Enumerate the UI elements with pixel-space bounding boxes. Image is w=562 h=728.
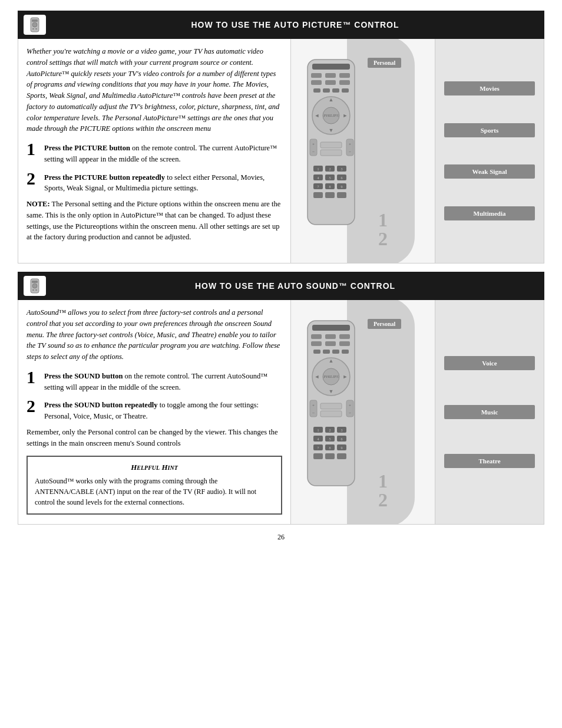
step2-bold: Press the PICTURE button repeatedly (44, 173, 165, 182)
s2-badge-1: 1 (378, 472, 388, 490)
svg-text:+: + (312, 142, 315, 147)
svg-text:–: – (312, 149, 315, 154)
svg-rect-66 (313, 350, 320, 354)
remote-diagram-1: PHILIPS ▲ ▼ ◄ ► + – + – (302, 57, 372, 245)
svg-text:PHILIPS: PHILIPS (323, 374, 339, 379)
section1-text-col: Whether you're watching a movie or a vid… (18, 39, 290, 263)
svg-point-55 (32, 284, 37, 288)
s2-step1-bold: Press the SOUND button (44, 372, 123, 380)
option-voice: Voice (444, 356, 535, 370)
section2-title: How to use the Auto Sound™ Control (52, 281, 538, 291)
svg-rect-83 (320, 403, 342, 409)
note-text: The Personal setting and the Picture opt… (27, 200, 280, 241)
svg-rect-57 (35, 289, 37, 291)
option-weak-signal: Weak Signal (444, 164, 535, 179)
remote-icon-2 (26, 278, 44, 294)
svg-rect-30 (320, 142, 342, 148)
svg-text:8: 8 (329, 446, 331, 450)
section2-body: AutoSound™ allows you to select from thr… (18, 300, 544, 525)
svg-rect-56 (32, 289, 34, 291)
svg-rect-16 (342, 88, 349, 93)
svg-text:▼: ▼ (329, 127, 334, 133)
section2-intro: AutoSound™ allows you to select from thr… (27, 307, 282, 363)
svg-rect-95 (325, 453, 335, 459)
s2-badge-2: 2 (378, 490, 388, 509)
step2-text: Press the PICTURE button repeatedly to s… (44, 170, 282, 195)
s2-step2-bold: Press the SOUND button repeatedly (44, 401, 158, 409)
option-multimedia: Multimedia (444, 206, 535, 220)
remote-icon (26, 17, 44, 33)
svg-text:6: 6 (341, 176, 343, 180)
svg-rect-96 (337, 453, 346, 459)
svg-rect-6 (312, 64, 350, 70)
personal-label-2: Personal (368, 319, 401, 329)
hint-text: AutoSound™ works only with the programs … (35, 476, 274, 508)
section1-icon (24, 15, 46, 35)
hint-box: Helpful Hint AutoSound™ works only with … (27, 456, 282, 515)
svg-rect-31 (320, 150, 342, 156)
svg-rect-8 (325, 73, 336, 78)
badge-1: 1 (378, 210, 388, 229)
svg-rect-64 (325, 341, 336, 346)
step1-number: 1 (27, 140, 39, 158)
svg-rect-11 (325, 80, 336, 85)
options-panel-1: Movies Sports Weak Signal Multimedia (435, 39, 544, 263)
svg-rect-94 (313, 453, 323, 459)
svg-rect-63 (311, 341, 322, 346)
section2-diagram: Personal (290, 300, 544, 524)
page: How to use the Auto Picture™ Control Whe… (0, 0, 562, 552)
svg-rect-43 (337, 192, 346, 198)
step1-bold: Press the PICTURE button (44, 144, 130, 152)
svg-text:7: 7 (318, 185, 319, 189)
svg-rect-9 (339, 73, 350, 78)
svg-rect-41 (313, 192, 323, 198)
svg-rect-15 (332, 88, 339, 93)
svg-text:+: + (312, 403, 315, 408)
section2-step1: 1 Press the SOUND button on the remote c… (27, 368, 282, 393)
section1-note: NOTE: The Personal setting and the Pictu… (27, 199, 282, 243)
svg-text:6: 6 (341, 437, 343, 441)
section1-title: How to use the Auto Picture™ Control (52, 20, 538, 29)
svg-rect-68 (332, 350, 339, 354)
svg-text:1: 1 (318, 429, 319, 432)
svg-text:►: ► (343, 374, 348, 380)
svg-text:2: 2 (329, 429, 331, 432)
section1-header: How to use the Auto Picture™ Control (18, 11, 544, 39)
diagram-inner: Personal (291, 39, 544, 263)
s2-step1-text: Press the SOUND button on the remote con… (44, 368, 282, 393)
svg-text:◄: ◄ (315, 374, 320, 380)
option-movies: Movies (444, 81, 535, 95)
badge-2: 2 (378, 229, 388, 248)
svg-text:3: 3 (341, 429, 343, 432)
svg-point-2 (32, 22, 37, 27)
svg-text:▲: ▲ (329, 358, 334, 364)
svg-rect-54 (32, 281, 38, 283)
hint-title: Helpful Hint (35, 463, 274, 472)
svg-text:5: 5 (329, 437, 331, 441)
svg-text:4: 4 (318, 176, 319, 180)
svg-text:8: 8 (329, 185, 331, 189)
section2-text-col: AutoSound™ allows you to select from thr… (18, 300, 290, 524)
section2-note: Remember, only the Personal control can … (27, 427, 282, 449)
svg-text:►: ► (343, 113, 348, 118)
option-music: Music (444, 405, 535, 419)
section2-icon (24, 276, 46, 296)
svg-text:+: + (349, 403, 351, 408)
s2-step1-num: 1 (27, 368, 39, 386)
svg-text:4: 4 (318, 437, 319, 441)
svg-rect-69 (342, 350, 349, 354)
section1-diagram: Personal (290, 39, 544, 263)
s2-step2-num: 2 (27, 397, 39, 415)
step-badge-1: 1 2 (378, 210, 388, 248)
svg-text:3: 3 (341, 167, 343, 171)
svg-text:◄: ◄ (315, 113, 320, 118)
svg-rect-65 (339, 341, 350, 346)
svg-text:2: 2 (329, 167, 331, 171)
svg-text:9: 9 (341, 185, 343, 189)
svg-rect-67 (323, 350, 330, 354)
s2-step2-text: Press the SOUND button repeatedly to tog… (44, 397, 282, 422)
svg-rect-3 (32, 28, 34, 29)
svg-rect-61 (325, 334, 336, 339)
svg-text:9: 9 (341, 446, 343, 450)
svg-rect-62 (339, 334, 350, 339)
